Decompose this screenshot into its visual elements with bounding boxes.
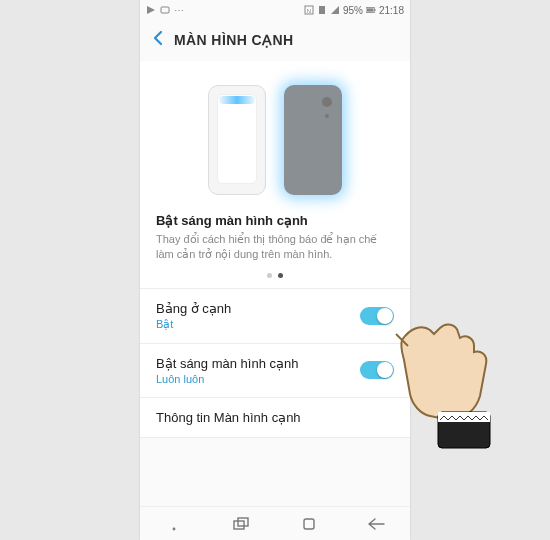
- page-dot-active: [278, 273, 283, 278]
- svg-rect-5: [367, 8, 374, 11]
- row-label: Thông tin Màn hình cạnh: [156, 410, 301, 425]
- row-edge-lighting[interactable]: Bật sáng màn hình cạnh Luôn luôn: [140, 344, 410, 398]
- svg-rect-8: [234, 521, 244, 529]
- row-label: Bật sáng màn hình cạnh: [156, 356, 298, 371]
- nav-home-button[interactable]: [289, 514, 329, 534]
- toggle-edge-lighting[interactable]: [360, 361, 394, 379]
- back-icon[interactable]: [152, 30, 164, 49]
- app-header: MÀN HÌNH CẠNH: [140, 20, 410, 61]
- page-dot: [267, 273, 272, 278]
- status-more-icon: ⋯: [174, 5, 184, 16]
- row-about-edge[interactable]: Thông tin Màn hình cạnh: [140, 398, 410, 438]
- row-sub: Luôn luôn: [156, 373, 298, 385]
- nav-bar: [140, 506, 410, 540]
- page-indicator: [156, 273, 394, 278]
- svg-point-7: [172, 527, 175, 530]
- hero-description: Thay đổi cách hiển thị thông báo để hạn …: [156, 232, 394, 263]
- play-icon: [146, 5, 156, 15]
- svg-rect-0: [161, 7, 169, 13]
- svg-rect-9: [238, 518, 248, 526]
- status-bar: ⋯ N 95% 21:18: [140, 0, 410, 20]
- battery-percent: 95%: [343, 5, 363, 16]
- row-sub: Bật: [156, 318, 231, 331]
- phone-back-illustration: [284, 85, 342, 195]
- nfc-icon: N: [304, 5, 314, 15]
- row-edge-panels[interactable]: Bảng ở cạnh Bật: [140, 289, 410, 344]
- battery-icon: [366, 5, 376, 15]
- svg-rect-12: [438, 412, 490, 422]
- nav-back-button[interactable]: [356, 514, 396, 534]
- svg-rect-3: [319, 6, 325, 14]
- empty-space: [140, 438, 410, 506]
- toggle-edge-panels[interactable]: [360, 307, 394, 325]
- svg-rect-11: [438, 412, 490, 448]
- svg-rect-6: [374, 9, 375, 11]
- card-icon: [160, 5, 170, 15]
- hero-card[interactable]: Bật sáng màn hình cạnh Thay đổi cách hiể…: [140, 61, 410, 289]
- phone-frame: ⋯ N 95% 21:18 MÀN HÌNH CẠNH Bật sáng màn…: [140, 0, 410, 540]
- row-label: Bảng ở cạnh: [156, 301, 231, 316]
- signal-icon: [330, 5, 340, 15]
- sim-icon: [317, 5, 327, 15]
- page-title: MÀN HÌNH CẠNH: [174, 32, 293, 48]
- nav-more-button[interactable]: [154, 514, 194, 534]
- svg-text:N: N: [307, 8, 311, 14]
- hero-title: Bật sáng màn hình cạnh: [156, 213, 394, 228]
- nav-recents-button[interactable]: [221, 514, 261, 534]
- svg-rect-10: [304, 519, 314, 529]
- hero-illustration: [156, 75, 394, 205]
- phone-front-illustration: [208, 85, 266, 195]
- clock: 21:18: [379, 5, 404, 16]
